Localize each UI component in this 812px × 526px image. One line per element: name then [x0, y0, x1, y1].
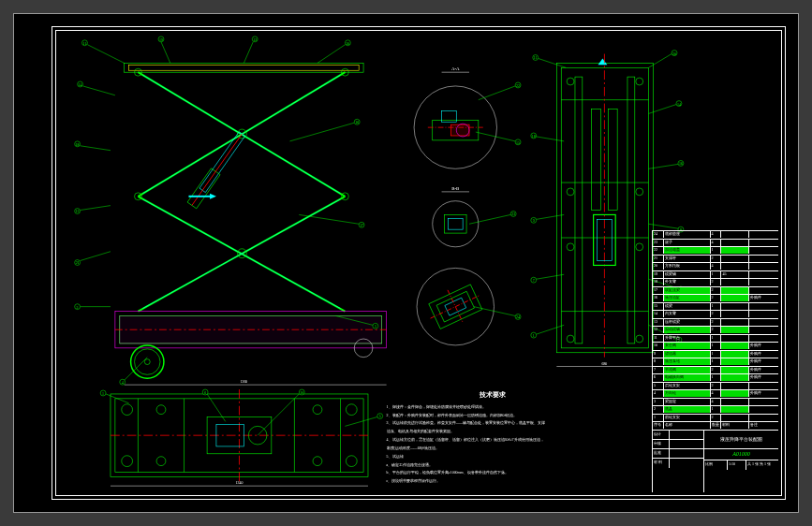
- svg-text:9: 9: [533, 219, 535, 223]
- drawing-name: 液压升降平台装配图: [704, 431, 778, 449]
- bom-row: 5后轮支架2: [653, 382, 778, 389]
- svg-text:b、平台的运行平稳，轻负载位置升高≥1000mm、设备带外挂: b、平台的运行平稳，轻负载位置升高≥1000mm、设备带外挂件自然下落。: [387, 470, 509, 475]
- svg-point-67: [567, 188, 574, 196]
- bom-row: 6电磁换向阀1外购件: [653, 373, 778, 381]
- bom-header: 序号名称数量材料备注: [653, 421, 778, 429]
- bom-row: 15横梁1: [653, 302, 778, 310]
- bom-row: 24底部垫座4: [653, 230, 778, 238]
- bom-row: 9滤油器1外购件: [653, 350, 778, 358]
- svg-text:2、装配件：外购件安装配时，部件外表面刷涂一层防锈油脂。内部: 2、装配件：外购件安装配时，部件外表面刷涂一层防锈油脂。内部加80#机油。: [387, 413, 518, 417]
- svg-point-65: [567, 335, 574, 343]
- svg-text:5、试运转: 5、试运转: [387, 454, 404, 459]
- svg-point-63: [567, 78, 574, 85]
- svg-text:19: 19: [159, 38, 163, 42]
- svg-text:20: 20: [346, 42, 349, 46]
- svg-rect-1: [129, 65, 360, 70]
- svg-text:12: 12: [253, 38, 257, 42]
- bom-row: 16液压油缸2外购件: [653, 294, 778, 301]
- svg-line-107: [81, 146, 111, 151]
- svg-line-113: [81, 252, 111, 261]
- drawing-no: A01000: [704, 449, 778, 460]
- bom-row: 14内支臂2: [653, 310, 778, 317]
- svg-point-43: [417, 268, 495, 345]
- svg-text:16: 16: [679, 162, 683, 166]
- svg-line-122: [289, 123, 354, 141]
- svg-point-64: [636, 78, 643, 85]
- dim-1340: 1340: [236, 481, 244, 485]
- svg-rect-59: [592, 109, 601, 210]
- svg-rect-41: [445, 214, 467, 233]
- drawing-title-block: 设计 审核 批准 材 料 液压升降平台装配图 A01000 比例 1:10 共 …: [653, 430, 778, 493]
- svg-text:2: 2: [77, 306, 79, 310]
- svg-point-69: [567, 243, 574, 251]
- svg-text:黏度(运动粘度——68)#液压油。: 黏度(运动粘度——68)#液压油。: [387, 446, 439, 450]
- svg-line-140: [474, 307, 515, 316]
- svg-text:18: 18: [532, 135, 536, 139]
- bom-row: 20方形托板4: [653, 262, 778, 270]
- svg-line-104: [83, 86, 115, 95]
- tech-requirements: 技术要求 1、焊接件：金件焊合，焊缝处涂防腐漆并经喷砂处理烘漆。 2、装配件：外…: [387, 391, 546, 483]
- svg-line-92: [87, 45, 124, 64]
- bom-row: 22加油箱盖1: [653, 246, 778, 254]
- svg-text:16: 16: [355, 121, 359, 124]
- svg-rect-42: [448, 218, 463, 229]
- svg-point-83: [122, 404, 133, 416]
- svg-point-88: [156, 457, 166, 466]
- svg-line-149: [649, 105, 676, 114]
- svg-text:24: 24: [516, 315, 520, 319]
- svg-line-173: [537, 325, 564, 334]
- bom-row: 4万向轮4外购件: [653, 389, 778, 397]
- svg-text:20: 20: [672, 52, 676, 56]
- bom-row: 23滚子4: [653, 239, 778, 246]
- svg-text:技术要求: 技术要求: [479, 391, 507, 399]
- svg-text:6: 6: [204, 391, 206, 395]
- svg-point-87: [156, 405, 166, 415]
- svg-rect-53: [627, 77, 635, 343]
- svg-point-90: [313, 457, 322, 466]
- svg-rect-49: [556, 63, 653, 352]
- svg-text:11: 11: [83, 42, 87, 46]
- bom-row: 13连杆横梁2: [653, 318, 778, 326]
- svg-text:3: 3: [375, 325, 376, 329]
- bom-row: 2底盘1: [653, 405, 778, 413]
- svg-line-98: [244, 42, 253, 64]
- svg-rect-46: [445, 298, 466, 315]
- svg-text:23: 23: [511, 212, 515, 216]
- svg-point-66: [636, 335, 643, 343]
- svg-marker-51: [598, 58, 608, 65]
- title-block: 24底部垫座423滚子422加油箱盖121支撑杆220方形托板419横梁轴145…: [652, 230, 778, 492]
- svg-text:18: 18: [76, 143, 80, 147]
- svg-text:21: 21: [76, 261, 80, 265]
- svg-text:4: 4: [122, 381, 124, 385]
- svg-text:14: 14: [79, 83, 82, 87]
- svg-text:1: 1: [533, 334, 535, 338]
- svg-line-179: [207, 394, 226, 421]
- bom-row: 11升降平台1: [653, 334, 778, 342]
- svg-rect-0: [125, 63, 363, 72]
- svg-text:13: 13: [76, 210, 80, 213]
- bom-row: 18外支臂2: [653, 278, 778, 285]
- svg-text:5: 5: [379, 415, 381, 418]
- svg-point-89: [313, 405, 322, 415]
- svg-line-110: [81, 206, 111, 211]
- svg-point-68: [636, 188, 643, 196]
- bom-row: 21支撑杆2: [653, 255, 778, 262]
- bom-row: 12滑动横轴2: [653, 326, 778, 333]
- svg-text:油泵、电机及与相关的配套件安装紧固。: 油泵、电机及与相关的配套件安装紧固。: [387, 429, 454, 433]
- dim-680: 680: [601, 362, 607, 366]
- svg-line-167: [537, 214, 564, 219]
- svg-line-20: [192, 134, 243, 205]
- svg-point-16: [135, 193, 142, 200]
- bom-row: 17双缸挂梁2: [653, 286, 778, 294]
- svg-point-85: [346, 404, 357, 416]
- svg-line-137: [469, 214, 510, 224]
- bom-row: 7节流阀2外购件: [653, 366, 778, 373]
- svg-text:1: 1: [102, 392, 104, 396]
- svg-point-84: [122, 456, 133, 467]
- svg-text:14: 14: [677, 103, 681, 107]
- svg-line-182: [258, 394, 299, 435]
- svg-rect-52: [575, 77, 583, 343]
- bom-row: 1前轮支架2: [653, 414, 778, 421]
- section-b-label: B-B: [451, 186, 460, 191]
- svg-text:11: 11: [534, 56, 538, 60]
